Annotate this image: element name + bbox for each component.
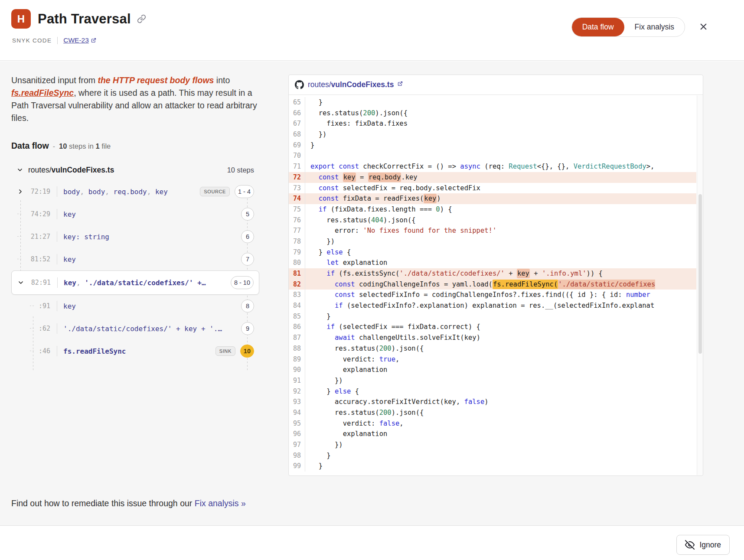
tab-fix-analysis[interactable]: Fix analysis bbox=[624, 18, 685, 36]
code-lines: 65 }66 res.status(200).json({67 fixes: f… bbox=[289, 95, 696, 475]
severity-badge-high: H bbox=[11, 9, 31, 29]
file-name: routes/vulnCodeFixes.ts bbox=[28, 166, 114, 175]
step-location: 74:29 bbox=[27, 210, 50, 218]
code-text: const codingChallengeInfos = yaml.load(f… bbox=[305, 279, 696, 290]
step-code-snippet: key: string bbox=[63, 233, 109, 241]
files-text: file bbox=[100, 142, 111, 150]
code-text: const key = req.body.key bbox=[305, 172, 696, 183]
dataflow-step-74-29[interactable]: 74:29key5 bbox=[11, 203, 259, 225]
line-number: 76 bbox=[289, 215, 305, 226]
issue-header: H Path Traversal SNYK CODE CWE-23 Data f… bbox=[0, 0, 744, 61]
dataflow-step-82-91[interactable]: 82:91key, './data/static/codefixes/' +…8… bbox=[11, 270, 259, 295]
code-panel-header: routes/vulnCodeFixes.ts bbox=[289, 75, 703, 95]
line-number: 99 bbox=[289, 461, 305, 472]
step-divider bbox=[57, 209, 57, 219]
scrollbar-thumb[interactable] bbox=[698, 194, 702, 354]
code-text: }) bbox=[305, 129, 696, 140]
fix-analysis-link[interactable]: Fix analysis » bbox=[195, 498, 246, 508]
line-number: 98 bbox=[289, 450, 305, 461]
code-text: } bbox=[305, 461, 696, 472]
description-text: Unsanitized input from bbox=[11, 75, 98, 85]
line-number: 71 bbox=[289, 161, 305, 172]
step-code-snippet: key, './data/static/codefixes/' +… bbox=[64, 279, 206, 287]
description-emphasis: the HTTP request body flows bbox=[98, 75, 214, 85]
code-text: res.status(200).json({ bbox=[305, 343, 696, 354]
step-divider bbox=[57, 323, 57, 334]
dataflow-step--91[interactable]: :91key8 bbox=[11, 295, 259, 317]
code-line-97: 97 }) bbox=[289, 440, 696, 450]
action-bar: Ignore bbox=[0, 525, 744, 560]
code-text: error: 'No fixes found for the snippet!' bbox=[305, 225, 696, 236]
step-location: 81:52 bbox=[27, 255, 50, 263]
step-marker-6: 6 bbox=[241, 230, 254, 243]
ignore-label: Ignore bbox=[699, 540, 721, 550]
cwe-link[interactable]: CWE-23 bbox=[63, 36, 96, 44]
line-number: 80 bbox=[289, 257, 305, 268]
step-location: :46 bbox=[27, 347, 50, 355]
step-marker-9: 9 bbox=[241, 322, 254, 335]
step-location: :62 bbox=[27, 325, 50, 332]
dataflow-step--46[interactable]: :46fs.readFileSyncSINK10 bbox=[11, 340, 259, 362]
external-link-icon[interactable] bbox=[398, 81, 403, 86]
close-button[interactable] bbox=[698, 21, 709, 33]
code-line-72: 72 const key = req.body.key bbox=[289, 172, 696, 183]
line-number: 77 bbox=[289, 225, 305, 236]
code-line-74: 74 const fixData = readFixes(key) bbox=[289, 193, 696, 204]
code-line-71: 71export const checkCorrectFix = () => a… bbox=[289, 161, 696, 172]
line-number: 65 bbox=[289, 97, 305, 108]
line-number: 89 bbox=[289, 354, 305, 365]
line-number: 86 bbox=[289, 322, 305, 332]
dataflow-file-row[interactable]: routes/vulnCodeFixes.ts 10 steps bbox=[11, 160, 259, 180]
external-link-icon bbox=[91, 38, 96, 43]
source-label: SNYK CODE bbox=[12, 37, 52, 44]
line-number: 73 bbox=[289, 183, 305, 194]
step-code-snippet: fs.readFileSync bbox=[63, 347, 126, 355]
code-text: } else { bbox=[305, 247, 696, 258]
line-number: 96 bbox=[289, 429, 305, 440]
dataflow-separator: - bbox=[53, 143, 55, 150]
code-text: explanation bbox=[305, 365, 696, 375]
code-scrollbar[interactable] bbox=[697, 95, 703, 475]
description-text: into bbox=[214, 75, 230, 85]
line-number: 92 bbox=[289, 386, 305, 397]
code-text bbox=[305, 150, 696, 161]
code-text: const selectedFixInfo = codingChallengeI… bbox=[305, 290, 696, 300]
code-line-92: 92 } else { bbox=[289, 386, 696, 397]
step-code-snippet: key bbox=[63, 302, 76, 310]
eye-off-icon bbox=[685, 540, 695, 550]
line-number: 90 bbox=[289, 365, 305, 375]
line-number: 69 bbox=[289, 140, 305, 151]
code-line-69: 69} bbox=[289, 140, 696, 151]
sink-badge: SINK bbox=[215, 346, 235, 356]
dataflow-step--62[interactable]: :62'./data/static/codefixes/' + key + '.… bbox=[11, 317, 259, 340]
code-text: await challengeUtils.solveFixIt(key) bbox=[305, 332, 696, 343]
code-text: } bbox=[305, 311, 696, 322]
line-number: 97 bbox=[289, 440, 305, 450]
ignore-button[interactable]: Ignore bbox=[676, 535, 730, 555]
link-icon[interactable] bbox=[137, 14, 146, 23]
dataflow-step-21-27[interactable]: 21:27key: string6 bbox=[11, 225, 259, 248]
code-file-name[interactable]: routes/vulnCodeFixes.ts bbox=[308, 80, 394, 89]
code-line-87: 87 await challengeUtils.solveFixIt(key) bbox=[289, 332, 696, 343]
code-line-95: 95 verdict: false, bbox=[289, 418, 696, 429]
line-number: 95 bbox=[289, 418, 305, 429]
code-line-81: 81 if (fs.existsSync('./data/static/code… bbox=[289, 268, 696, 279]
sink-function-link[interactable]: fs.readFileSync bbox=[11, 88, 74, 98]
code-line-90: 90 explanation bbox=[289, 365, 696, 375]
code-text: if (fs.existsSync('./data/static/codefix… bbox=[305, 268, 696, 279]
code-panel: routes/vulnCodeFixes.ts 65 }66 res.statu… bbox=[288, 75, 703, 476]
code-line-77: 77 error: 'No fixes found for the snippe… bbox=[289, 225, 696, 236]
code-line-65: 65 } bbox=[289, 97, 696, 108]
line-number: 67 bbox=[289, 118, 305, 129]
close-icon bbox=[698, 22, 708, 32]
chevron-down-icon bbox=[16, 166, 23, 173]
code-text: let explanation bbox=[305, 257, 696, 268]
dataflow-step-81-52[interactable]: 81:52key7 bbox=[11, 248, 259, 270]
chevron-down-icon bbox=[17, 279, 24, 286]
tab-data-flow[interactable]: Data flow bbox=[572, 18, 624, 36]
step-marker-8: 8 bbox=[241, 300, 254, 313]
code-line-75: 75 if (fixData.fixes.length === 0) { bbox=[289, 204, 696, 215]
code-text: }) bbox=[305, 440, 696, 450]
dataflow-step-72-19[interactable]: 72:19body, body, req.body, keySOURCE1 - … bbox=[11, 180, 259, 203]
line-number: 66 bbox=[289, 108, 305, 119]
